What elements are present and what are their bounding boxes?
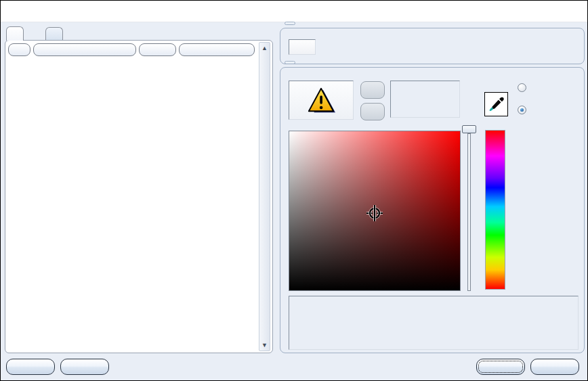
import-button[interactable] bbox=[6, 359, 55, 375]
color-palette-grid bbox=[289, 296, 579, 350]
hsl-radio[interactable] bbox=[518, 83, 526, 92]
hsv-radio[interactable] bbox=[518, 106, 526, 114]
color-group bbox=[280, 67, 585, 353]
hue-gradient-bar[interactable] bbox=[485, 130, 505, 290]
column-header-print-color[interactable] bbox=[139, 43, 176, 56]
export-button[interactable] bbox=[60, 359, 109, 375]
column-header-number[interactable] bbox=[8, 43, 30, 56]
eyedropper-icon bbox=[488, 95, 505, 113]
eyedropper-button[interactable] bbox=[484, 92, 508, 116]
tab-systeme[interactable] bbox=[6, 26, 24, 41]
title-bar bbox=[1, 1, 587, 22]
close-button[interactable] bbox=[564, 2, 587, 20]
hue-slider-handle[interactable] bbox=[462, 125, 476, 133]
warning-icon bbox=[306, 86, 337, 114]
column-header-screen-color[interactable] bbox=[33, 43, 136, 56]
scroll-up-icon[interactable]: ▲ bbox=[259, 45, 270, 51]
warning-box bbox=[289, 81, 354, 120]
hue-slider-track[interactable] bbox=[467, 133, 471, 291]
dialog-window: ▲ ▼ bbox=[0, 0, 588, 381]
line-width-group-label bbox=[285, 22, 295, 25]
apply-forward-button[interactable] bbox=[360, 81, 385, 99]
maximize-button[interactable] bbox=[531, 2, 554, 20]
mode-hsl[interactable] bbox=[518, 83, 530, 93]
selected-color-preview bbox=[390, 81, 460, 118]
saturation-value-picker[interactable] bbox=[289, 131, 461, 291]
column-header-line-width[interactable] bbox=[179, 43, 255, 56]
mode-hsv[interactable] bbox=[518, 105, 530, 115]
crosshair-ring bbox=[369, 208, 380, 219]
minimize-button[interactable] bbox=[499, 2, 522, 20]
color-group-label bbox=[285, 61, 295, 64]
apply-back-button[interactable] bbox=[360, 103, 385, 120]
cancel-button[interactable] bbox=[530, 359, 579, 375]
color-table-pane: ▲ ▼ bbox=[5, 40, 273, 353]
scroll-down-icon[interactable]: ▼ bbox=[259, 342, 270, 349]
line-width-value-box[interactable] bbox=[289, 39, 316, 55]
line-width-group bbox=[280, 28, 585, 64]
tab-scene[interactable] bbox=[45, 27, 63, 41]
color-crosshair[interactable] bbox=[366, 205, 383, 221]
table-scrollbar[interactable]: ▲ ▼ bbox=[259, 42, 270, 351]
ok-button[interactable] bbox=[476, 359, 525, 375]
